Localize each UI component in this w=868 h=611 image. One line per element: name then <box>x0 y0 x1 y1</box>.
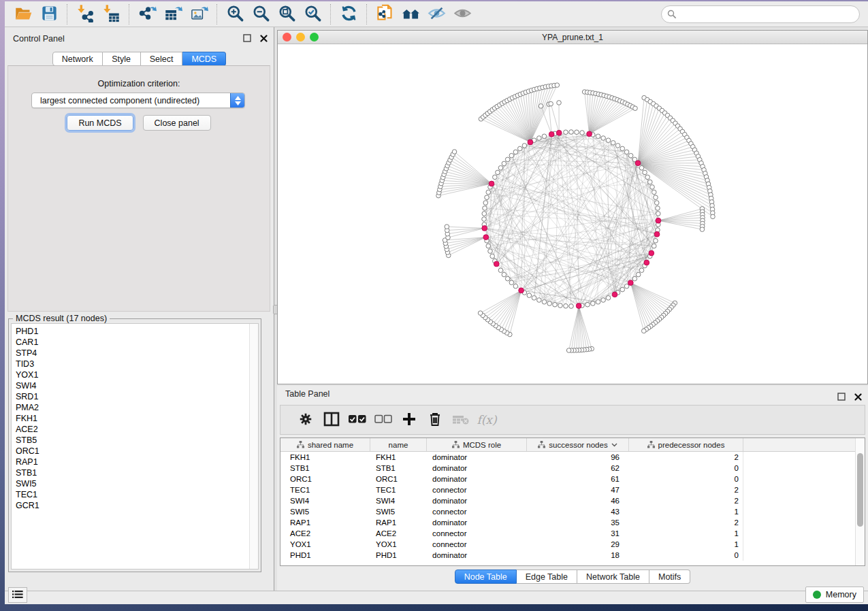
zoom-in-icon <box>226 4 244 24</box>
table-cell: YOX1 <box>280 539 370 550</box>
zoom-in-button[interactable] <box>222 3 248 25</box>
clone-network-button[interactable] <box>372 3 398 25</box>
mcds-result-item[interactable]: FKH1 <box>16 413 248 424</box>
tab-network-table[interactable]: Network Table <box>577 569 649 584</box>
import-network-icon <box>76 4 95 24</box>
column-header-mcds-role[interactable]: MCDS role <box>427 438 527 451</box>
tab-select[interactable]: Select <box>141 52 183 66</box>
zoom-out-button[interactable] <box>248 3 274 25</box>
mcds-result-item[interactable]: STB1 <box>16 467 248 478</box>
table-row[interactable]: FKH1FKH1dominator962 <box>280 452 855 463</box>
export-table-button[interactable] <box>160 3 186 25</box>
mcds-result-item[interactable]: STB5 <box>16 435 248 446</box>
zoom-fit-button[interactable] <box>274 3 300 25</box>
open-file-button[interactable] <box>10 3 36 25</box>
mcds-result-item[interactable]: SWI5 <box>16 478 248 489</box>
mcds-result-item[interactable]: ORC1 <box>16 446 248 457</box>
float-panel-button[interactable] <box>242 33 252 43</box>
mcds-result-item[interactable]: PHD1 <box>16 326 248 337</box>
mcds-result-item[interactable]: PMA2 <box>16 402 248 413</box>
tab-edge-table[interactable]: Edge Table <box>517 569 577 584</box>
mcds-result-item[interactable]: RAP1 <box>16 457 248 467</box>
mcds-result-item[interactable]: TID3 <box>16 359 248 369</box>
memory-label: Memory <box>826 590 856 599</box>
tab-motifs[interactable]: Motifs <box>649 569 690 584</box>
close-panel-button[interactable]: Close panel <box>143 115 211 131</box>
optimization-criterion-label: Optimization criterion: <box>8 79 270 88</box>
table-cell: 0 <box>629 474 743 484</box>
show-all-button[interactable] <box>449 3 475 25</box>
table-row[interactable]: SWI4SWI4dominator462 <box>280 495 855 506</box>
table-cell: 47 <box>527 484 629 495</box>
mcds-result-item[interactable]: SRD1 <box>16 391 248 402</box>
column-header-shared-name[interactable]: shared name <box>280 438 370 451</box>
table-cell: 62 <box>527 463 629 474</box>
table-cell: SWI5 <box>280 506 370 517</box>
export-image-button[interactable] <box>186 3 212 25</box>
table-cell: PHD1 <box>280 550 370 561</box>
float-table-panel-button[interactable] <box>837 392 846 401</box>
toolbar-separator <box>330 4 331 24</box>
deselect-all-button[interactable] <box>370 408 396 431</box>
table-row[interactable]: PHD1PHD1dominator180 <box>280 550 855 561</box>
table-cell: 31 <box>527 528 629 539</box>
table-row[interactable]: SWI5SWI5connector431 <box>280 506 855 517</box>
application-window: Control Panel Network Style Select MCDS … <box>5 1 868 604</box>
table-row[interactable]: ACE2ACE2connector311 <box>280 528 855 539</box>
mcds-result-scrollbar[interactable] <box>249 324 258 569</box>
mcds-result-item[interactable]: YOX1 <box>16 369 248 380</box>
plus-icon <box>402 412 416 428</box>
close-panel-icon-button[interactable] <box>259 33 268 43</box>
mcds-result-item[interactable]: TEC1 <box>16 489 248 500</box>
column-header-successor-nodes[interactable]: successor nodes <box>527 438 629 451</box>
table-row[interactable]: TEC1TEC1connector472 <box>280 484 855 495</box>
table-row[interactable]: ORC1ORC1dominator610 <box>280 474 855 484</box>
column-header-name[interactable]: name <box>370 438 427 451</box>
table-cell: SWI4 <box>370 495 427 506</box>
status-bar: Memory <box>5 591 868 604</box>
mcds-result-item[interactable]: SWI4 <box>16 380 248 391</box>
mcds-result-item[interactable]: GCR1 <box>16 500 248 511</box>
clone-network-icon <box>376 4 394 24</box>
table-row[interactable]: STB1STB1dominator620 <box>280 463 855 474</box>
close-table-panel-button[interactable] <box>853 392 863 401</box>
zoom-selected-button[interactable] <box>300 3 325 25</box>
hide-selected-button[interactable] <box>423 3 449 25</box>
mcds-result-item[interactable]: STP4 <box>16 348 248 359</box>
table-row[interactable]: RAP1RAP1dominator352 <box>280 517 855 528</box>
tab-node-table[interactable]: Node Table <box>455 569 517 584</box>
column-header-predecessor-nodes[interactable]: predecessor nodes <box>629 438 743 451</box>
network-window-title: YPA_prune.txt_1 <box>278 33 867 42</box>
save-session-button[interactable] <box>36 3 62 25</box>
optimization-criterion-value: largest connected component (undirected) <box>32 96 230 105</box>
tab-style[interactable]: Style <box>103 52 141 66</box>
optimization-criterion-select[interactable]: largest connected component (undirected) <box>31 93 245 108</box>
split-panel-button[interactable] <box>319 408 344 431</box>
tab-mcds[interactable]: MCDS <box>182 52 226 66</box>
run-mcds-button[interactable]: Run MCDS <box>67 115 133 131</box>
import-network-button[interactable] <box>72 3 98 25</box>
zoom-fit-icon <box>278 4 296 24</box>
column-settings-button[interactable] <box>293 408 319 431</box>
table-scrollbar[interactable] <box>855 438 865 565</box>
search-input[interactable] <box>661 5 860 23</box>
table-cell: 2 <box>629 517 743 528</box>
select-all-button[interactable] <box>344 408 370 431</box>
table-scrollbar-thumb[interactable] <box>857 453 863 527</box>
add-column-button[interactable] <box>396 408 422 431</box>
tab-network[interactable]: Network <box>52 52 103 66</box>
table-row[interactable]: YOX1YOX1connector291 <box>280 539 855 550</box>
mcds-result-item[interactable]: CAR1 <box>16 337 248 348</box>
show-panels-menu-button[interactable] <box>8 587 27 603</box>
mcds-result-item[interactable]: ACE2 <box>16 424 248 435</box>
delete-column-button[interactable] <box>422 408 448 431</box>
network-canvas[interactable] <box>278 44 867 384</box>
refresh-layout-button[interactable] <box>336 3 361 25</box>
network-window-titlebar[interactable]: YPA_prune.txt_1 <box>278 31 867 44</box>
table-cell: connector <box>427 539 527 550</box>
table-cell: RAP1 <box>280 517 370 528</box>
export-network-button[interactable] <box>134 3 160 25</box>
first-neighbors-button[interactable] <box>398 3 423 25</box>
memory-button[interactable]: Memory <box>805 587 864 603</box>
import-table-button[interactable] <box>98 3 124 25</box>
